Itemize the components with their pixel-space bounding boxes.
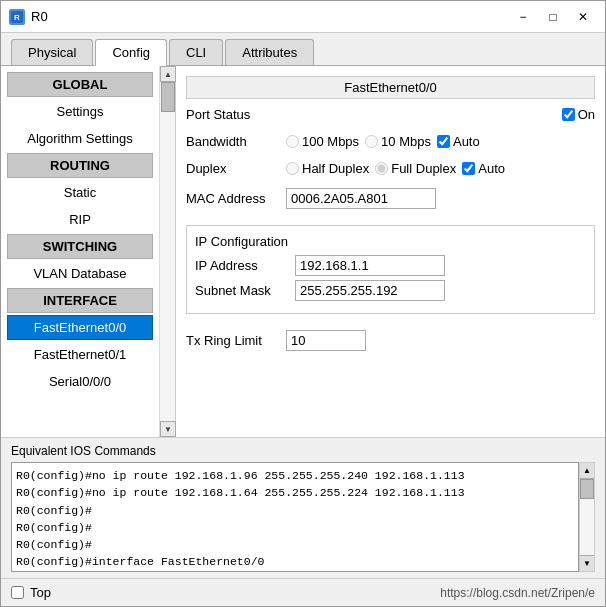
mac-address-label: MAC Address xyxy=(186,191,286,206)
minimize-button[interactable]: − xyxy=(509,7,537,27)
duplex-row: Duplex Half Duplex Full Duplex Auto xyxy=(186,161,595,176)
mac-address-input[interactable] xyxy=(286,188,436,209)
ios-area: Equivalent IOS Commands R0(config)#no ip… xyxy=(1,437,605,578)
sidebar-item-rip[interactable]: RIP xyxy=(7,207,153,232)
ios-line-3: R0(config)# xyxy=(16,519,574,536)
bandwidth-10-text: 10 Mbps xyxy=(381,134,431,149)
sidebar-item-static[interactable]: Static xyxy=(7,180,153,205)
duplex-label: Duplex xyxy=(186,161,286,176)
bandwidth-label: Bandwidth xyxy=(186,134,286,149)
ios-line-5: R0(config)#interface FastEthernet0/0 xyxy=(16,553,574,570)
port-status-on-checkbox[interactable] xyxy=(562,108,575,121)
main-window: R R0 − □ ✕ Physical Config CLI Attribute… xyxy=(0,0,606,607)
content-area: GLOBAL Settings Algorithm Settings ROUTI… xyxy=(1,66,605,437)
duplex-half-text: Half Duplex xyxy=(302,161,369,176)
title-bar-left: R R0 xyxy=(9,9,48,25)
sidebar-item-settings[interactable]: Settings xyxy=(7,99,153,124)
tab-cli[interactable]: CLI xyxy=(169,39,223,65)
sidebar-scroll-thumb[interactable] xyxy=(161,82,175,112)
sidebar-header-routing: ROUTING xyxy=(7,153,153,178)
sidebar: GLOBAL Settings Algorithm Settings ROUTI… xyxy=(1,66,159,437)
port-status-on-checkbox-label[interactable]: On xyxy=(562,107,595,122)
ios-label: Equivalent IOS Commands xyxy=(11,444,595,458)
port-status-label: Port Status xyxy=(186,107,286,122)
sidebar-header-switching: SWITCHING xyxy=(7,234,153,259)
ios-scroll-track xyxy=(580,479,594,555)
sidebar-item-vlan[interactable]: VLAN Database xyxy=(7,261,153,286)
ios-scroll-thumb[interactable] xyxy=(580,479,594,499)
mac-address-controls xyxy=(286,188,595,209)
bandwidth-10-label[interactable]: 10 Mbps xyxy=(365,134,431,149)
status-bar: Top https://blog.csdn.net/Zripen/e xyxy=(1,578,605,606)
bandwidth-100-radio[interactable] xyxy=(286,135,299,148)
svg-text:R: R xyxy=(14,13,20,22)
ios-scroll-down[interactable]: ▼ xyxy=(580,555,594,571)
port-status-controls: On xyxy=(286,107,595,122)
ios-scrollbar: ▲ ▼ xyxy=(579,462,595,572)
sidebar-header-interface: INTERFACE xyxy=(7,288,153,313)
sidebar-item-algorithm-settings[interactable]: Algorithm Settings xyxy=(7,126,153,151)
window-title: R0 xyxy=(31,9,48,24)
tab-attributes[interactable]: Attributes xyxy=(225,39,314,65)
duplex-full-label[interactable]: Full Duplex xyxy=(375,161,456,176)
duplex-controls: Half Duplex Full Duplex Auto xyxy=(286,161,595,176)
duplex-full-text: Full Duplex xyxy=(391,161,456,176)
bandwidth-auto-label[interactable]: Auto xyxy=(437,134,480,149)
bandwidth-auto-checkbox[interactable] xyxy=(437,135,450,148)
bandwidth-100-label[interactable]: 100 Mbps xyxy=(286,134,359,149)
duplex-auto-checkbox[interactable] xyxy=(462,162,475,175)
sidebar-scroll-track xyxy=(160,82,175,421)
tx-ring-row: Tx Ring Limit xyxy=(186,330,595,351)
ios-terminal[interactable]: R0(config)#no ip route 192.168.1.96 255.… xyxy=(11,462,579,572)
subnet-mask-label: Subnet Mask xyxy=(195,283,295,298)
title-controls: − □ ✕ xyxy=(509,7,597,27)
ios-terminal-content: R0(config)#no ip route 192.168.1.96 255.… xyxy=(16,467,574,572)
top-checkbox[interactable] xyxy=(11,586,24,599)
tx-ring-input[interactable] xyxy=(286,330,366,351)
tab-config[interactable]: Config xyxy=(95,39,167,66)
sidebar-item-fe01[interactable]: FastEthernet0/1 xyxy=(7,342,153,367)
maximize-button[interactable]: □ xyxy=(539,7,567,27)
sidebar-scroll-up[interactable]: ▲ xyxy=(160,66,176,82)
sidebar-scroll-down[interactable]: ▼ xyxy=(160,421,176,437)
sidebar-item-fe00[interactable]: FastEthernet0/0 xyxy=(7,315,153,340)
bandwidth-controls: 100 Mbps 10 Mbps Auto xyxy=(286,134,595,149)
close-button[interactable]: ✕ xyxy=(569,7,597,27)
sidebar-scrollbar: ▲ ▼ xyxy=(159,66,175,437)
subnet-mask-row: Subnet Mask xyxy=(195,280,586,301)
ios-line-1: R0(config)#no ip route 192.168.1.64 255.… xyxy=(16,484,574,501)
bandwidth-auto-text: Auto xyxy=(453,134,480,149)
main-panel: FastEthernet0/0 Port Status On Bandwidth xyxy=(176,66,605,437)
panel-title: FastEthernet0/0 xyxy=(186,76,595,99)
duplex-auto-label[interactable]: Auto xyxy=(462,161,505,176)
duplex-full-radio[interactable] xyxy=(375,162,388,175)
port-status-on-label: On xyxy=(578,107,595,122)
ios-line-6: R0(config-if)# xyxy=(16,571,574,573)
port-status-row: Port Status On xyxy=(186,107,595,122)
tx-ring-label: Tx Ring Limit xyxy=(186,333,286,348)
ip-config-group: IP Configuration IP Address Subnet Mask xyxy=(186,225,595,314)
title-bar: R R0 − □ ✕ xyxy=(1,1,605,33)
bandwidth-100-text: 100 Mbps xyxy=(302,134,359,149)
tabs-bar: Physical Config CLI Attributes xyxy=(1,33,605,66)
bandwidth-row: Bandwidth 100 Mbps 10 Mbps Auto xyxy=(186,134,595,149)
ip-address-label: IP Address xyxy=(195,258,295,273)
duplex-half-label[interactable]: Half Duplex xyxy=(286,161,369,176)
ip-address-row: IP Address xyxy=(195,255,586,276)
status-left: Top xyxy=(11,585,51,600)
sidebar-wrapper: GLOBAL Settings Algorithm Settings ROUTI… xyxy=(1,66,176,437)
duplex-auto-text: Auto xyxy=(478,161,505,176)
app-icon: R xyxy=(9,9,25,25)
tab-physical[interactable]: Physical xyxy=(11,39,93,65)
mac-address-row: MAC Address xyxy=(186,188,595,209)
sidebar-item-serial000[interactable]: Serial0/0/0 xyxy=(7,369,153,394)
subnet-mask-input[interactable] xyxy=(295,280,445,301)
bandwidth-10-radio[interactable] xyxy=(365,135,378,148)
duplex-half-radio[interactable] xyxy=(286,162,299,175)
ios-line-2: R0(config)# xyxy=(16,502,574,519)
ios-scroll-up[interactable]: ▲ xyxy=(580,463,594,479)
ip-config-title: IP Configuration xyxy=(195,234,586,249)
ip-address-input[interactable] xyxy=(295,255,445,276)
top-label: Top xyxy=(30,585,51,600)
ios-line-0: R0(config)#no ip route 192.168.1.96 255.… xyxy=(16,467,574,484)
